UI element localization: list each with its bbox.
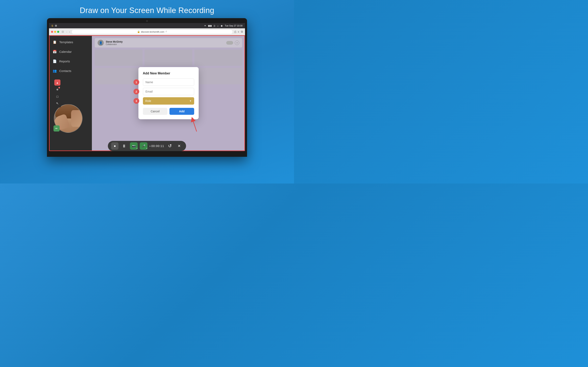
modal-actions: Cancel Add	[143, 108, 194, 115]
draw-counter-btn[interactable]: ⊕ 3	[54, 86, 61, 92]
app-content: 📋 Templates 📅 Calendar 📄 Reports	[49, 35, 245, 151]
stop-btn[interactable]: ■	[111, 142, 118, 150]
menubar-grid-icon: ⊞	[55, 24, 57, 27]
add-button[interactable]: Add	[169, 108, 194, 115]
role-label: Role	[145, 99, 151, 103]
contacts-label: Contacts	[59, 69, 71, 73]
add-member-modal: Add New Member 1 2	[138, 67, 199, 119]
calendar-icon: 📅	[53, 50, 57, 54]
reset-btn[interactable]: ↺	[166, 142, 173, 150]
app-icon: S	[52, 24, 53, 27]
page-title: Draw on Your Screen While Recording	[80, 6, 214, 15]
annotation-btn[interactable]: ✏	[53, 125, 60, 132]
mic-btn[interactable]: 🎤 ▾	[140, 142, 147, 150]
nav-forward-btn[interactable]: ›	[69, 30, 70, 33]
wifi-icon: ))	[214, 25, 215, 27]
close-btn[interactable]: ✕	[176, 142, 183, 150]
traffic-light-green[interactable]	[57, 31, 59, 33]
sidebar-item-contacts[interactable]: 👥 Contacts	[49, 66, 92, 76]
reports-icon: 📄	[53, 59, 57, 63]
templates-icon: 📋	[53, 40, 57, 44]
draw-rectangle-btn[interactable]: □	[54, 93, 61, 100]
step-2-number: 2	[136, 90, 137, 93]
step-3-circle: 3	[134, 98, 139, 104]
traffic-light-red[interactable]	[51, 31, 53, 33]
reload-icon: ↺	[165, 30, 167, 33]
step-2-circle: 2	[134, 89, 139, 94]
templates-label: Templates	[59, 40, 73, 44]
menubar-right: ✦ ▮▮▮ )) ⌕ ◉ Tue Sep 27 10:30	[204, 25, 242, 27]
recording-timer: ● 00:00:11	[149, 144, 164, 148]
traffic-lights	[51, 31, 59, 33]
draw-cursor-btn[interactable]: ↖	[54, 100, 61, 106]
menubar: S ⊞ ✦ ▮▮▮ )) ⌕ ◉ Tue Sep 27 10:30	[49, 23, 245, 28]
camera-btn[interactable]: 📷 ▾	[130, 142, 138, 150]
email-input[interactable]	[143, 88, 194, 95]
new-tab-btn[interactable]: +	[238, 30, 239, 33]
modal-title: Add New Member	[143, 72, 194, 75]
modal-overlay: Add New Member 1 2	[92, 35, 245, 151]
url-text: discover.techsmith.com	[141, 31, 164, 33]
reports-label: Reports	[59, 59, 70, 63]
browser-chrome: ⊟ ‹ › 🔒 discover.techsmith.com ↺ ⎙ + ⧉	[49, 28, 245, 35]
sidebar-item-calendar[interactable]: 📅 Calendar	[49, 47, 92, 57]
step-3-number: 3	[136, 100, 137, 103]
step-1-number: 1	[136, 81, 137, 84]
role-dropdown[interactable]: Role ▼	[143, 97, 194, 105]
arrow-annotation	[180, 115, 205, 133]
name-input[interactable]	[143, 78, 194, 86]
dropdown-arrow-icon: ▼	[190, 100, 192, 102]
bluetooth-icon: ✦	[204, 25, 206, 27]
contacts-icon: 👥	[53, 69, 57, 73]
recording-toolbar: ■ ⏸ 📷 ▾ 🎤 ▾ ● 00:00:11 ↺ ✕	[108, 141, 186, 151]
step-1-circle: 1	[134, 79, 139, 85]
main-area: 👤 Steve McGinty Collaborator −	[92, 35, 245, 151]
laptop-screen: S ⊞ ✦ ▮▮▮ )) ⌕ ◉ Tue Sep 27 10:30	[49, 23, 245, 151]
tabs-btn[interactable]: ⧉	[241, 30, 243, 33]
search-icon: ⌕	[217, 25, 219, 27]
draw-pen-btn[interactable]: ▲	[54, 80, 61, 86]
battery-icon: ▮▮▮	[208, 25, 212, 27]
drawing-toolbar: ▲ ⊕ 3 □ ↖	[53, 78, 61, 108]
calendar-label: Calendar	[59, 50, 72, 53]
traffic-light-yellow[interactable]	[54, 31, 56, 33]
menubar-time: Tue Sep 27 10:30	[225, 25, 242, 27]
sidebar-item-reports[interactable]: 📄 Reports	[49, 57, 92, 66]
control-icon: ◉	[221, 25, 223, 27]
cancel-button[interactable]: Cancel	[143, 108, 168, 115]
webcam-dot	[146, 20, 148, 22]
nav-back-btn[interactable]: ‹	[66, 30, 67, 33]
laptop-frame: S ⊞ ✦ ▮▮▮ )) ⌕ ◉ Tue Sep 27 10:30	[47, 18, 247, 157]
sidebar-item-templates[interactable]: 📋 Templates	[49, 37, 92, 47]
sidebar-toggle-btn[interactable]: ⊟	[61, 30, 65, 33]
url-bar[interactable]: 🔒 discover.techsmith.com ↺	[71, 30, 233, 34]
lock-icon: 🔒	[137, 30, 140, 33]
share-btn[interactable]: ⎙	[234, 30, 236, 33]
pause-btn[interactable]: ⏸	[121, 142, 128, 150]
